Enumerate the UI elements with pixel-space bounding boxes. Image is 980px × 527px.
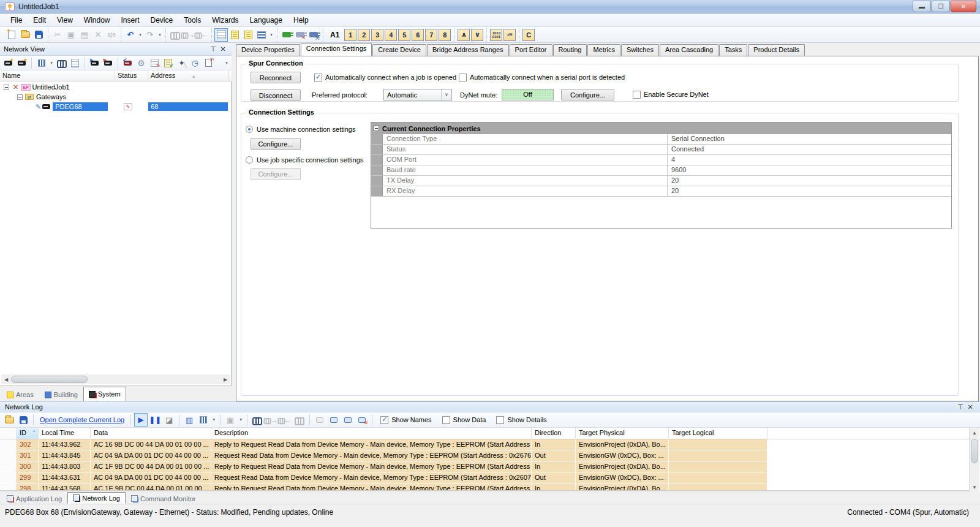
find-previous-icon[interactable]: ←	[196, 29, 208, 41]
scrollbar-thumb[interactable]	[971, 439, 978, 463]
find-previous-icon[interactable]: ←	[279, 414, 292, 426]
message-box-icon[interactable]	[314, 414, 326, 426]
copy-dropdown-icon[interactable]: ▾	[238, 417, 243, 422]
log-column-target-physical[interactable]: Target Physical	[576, 428, 669, 439]
horizontal-scrollbar[interactable]: ◀ ▶	[1, 374, 230, 384]
redo-dropdown-icon[interactable]: ▾	[157, 32, 162, 37]
verify-icon[interactable]: ✔	[162, 57, 174, 69]
column-header-name[interactable]: Name	[0, 70, 115, 81]
device-firmware-icon[interactable]: ✔	[122, 57, 134, 69]
undo-icon[interactable]: ↶	[124, 29, 137, 41]
log-row[interactable]: 30211:44:43.962AC 16 9B DC 00 44 DA 00 0…	[0, 439, 980, 450]
redo-icon[interactable]: ↷	[144, 29, 156, 41]
checkbox-checked-icon[interactable]	[380, 416, 388, 424]
log-column-data[interactable]: Data	[91, 428, 211, 439]
connection-settings-icon[interactable]: ⚒	[307, 29, 320, 41]
log-column-description[interactable]: Description	[211, 428, 532, 439]
open-complete-log-link[interactable]: Open Complete Current Log	[37, 416, 127, 423]
checkbox-icon[interactable]	[496, 416, 504, 424]
menu-file[interactable]: File	[5, 14, 28, 26]
tab-bridge-address-ranges[interactable]: Bridge Address Ranges	[427, 44, 509, 56]
tab-port-editor[interactable]: Port Editor	[510, 44, 552, 56]
connect-icon[interactable]	[281, 29, 293, 41]
preset-8-button[interactable]: 8	[439, 29, 451, 41]
tab-area-cascading[interactable]: Area Cascading	[660, 44, 718, 56]
rename-icon[interactable]: a|e	[105, 29, 118, 41]
collapse-icon[interactable]	[4, 85, 9, 90]
find-next-icon[interactable]: →	[183, 29, 195, 41]
menu-tools[interactable]: Tools	[178, 14, 206, 26]
property-row[interactable]: RX Delay20	[371, 186, 951, 197]
add-device-icon[interactable]: ✦	[2, 57, 14, 69]
log-column-direction[interactable]: Direction	[532, 428, 576, 439]
cut-icon[interactable]: ✂	[51, 29, 64, 41]
checkbox-icon[interactable]	[633, 91, 641, 99]
scroll-down-icon[interactable]: ▼	[970, 482, 979, 492]
columns-icon[interactable]	[36, 57, 47, 69]
show-data-checkbox[interactable]: Show Data	[442, 416, 486, 424]
close-icon[interactable]: ✕	[965, 403, 975, 411]
menu-device[interactable]: Device	[145, 14, 179, 26]
close-button[interactable]: ✕	[951, 1, 976, 12]
enable-secure-dynet-checkbox[interactable]: Enable Secure DyNet	[633, 91, 709, 99]
clear-log-icon[interactable]: ◪	[163, 414, 175, 426]
configure-job-button[interactable]: Configure...	[251, 168, 301, 180]
clear-button[interactable]: C	[522, 29, 535, 41]
raw-dynet-button[interactable]: 10100101	[490, 29, 502, 41]
load-to-device-icon[interactable]: ➤	[89, 57, 100, 69]
delete-icon[interactable]: ✕	[92, 29, 104, 41]
device-name-selected[interactable]: PDEG68	[53, 102, 108, 111]
dynet-mute-configure-button[interactable]: Configure...	[561, 89, 614, 100]
log-row[interactable]: 30011:44:43.803AC 1F 9B DC 00 44 DA 00 0…	[0, 461, 980, 472]
tree-row-gateways[interactable]: ⇄ Gateways	[0, 92, 232, 102]
notes-panel-icon[interactable]	[215, 29, 227, 41]
chevron-down-icon[interactable]: ∨	[441, 89, 451, 100]
tab-network-log[interactable]: Network Log	[67, 492, 126, 504]
disconnect-button[interactable]: Disconnect	[251, 89, 301, 101]
task-list-button[interactable]: ›≡	[503, 29, 516, 41]
preset-up-button[interactable]: ∧	[458, 29, 470, 41]
log-column-local-time[interactable]: Local Time	[39, 428, 91, 439]
tab-create-device[interactable]: Create Device	[372, 44, 426, 56]
tab-routing[interactable]: Routing	[553, 44, 587, 56]
property-row[interactable]: TX Delay20	[371, 176, 951, 186]
find-log-icon[interactable]	[251, 414, 263, 426]
checkbox-checked-icon[interactable]	[314, 74, 322, 82]
wizard-icon[interactable]: ✦╲	[176, 57, 187, 69]
add-device-wizard-icon[interactable]: ✦	[16, 57, 28, 69]
menu-view[interactable]: View	[51, 14, 78, 26]
minimize-button[interactable]: ▬	[913, 1, 931, 12]
tree-row-device[interactable]: ✎ PDEG68 ✎ 68	[0, 102, 232, 112]
tab-metrics[interactable]: Metrics	[587, 44, 620, 56]
tab-areas[interactable]: Areas	[1, 388, 39, 401]
layout-icon[interactable]	[255, 29, 268, 41]
show-details-checkbox[interactable]: Show Details	[496, 416, 546, 424]
tab-system[interactable]: System	[83, 387, 126, 401]
tab-building[interactable]: Building	[39, 388, 83, 401]
preset-7-button[interactable]: 7	[425, 29, 437, 41]
report-icon[interactable]	[69, 57, 81, 69]
log-column-id[interactable]: ID	[17, 428, 39, 439]
new-job-icon[interactable]	[6, 29, 18, 41]
copy-icon[interactable]: ▣	[65, 29, 77, 41]
log-row[interactable]: 30111:44:43.845AC 04 9A DA 00 01 DC 00 4…	[0, 450, 980, 461]
menu-window[interactable]: Window	[78, 14, 116, 26]
property-row[interactable]: COM Port4	[371, 155, 951, 165]
column-header-status[interactable]: Status	[115, 70, 148, 81]
tab-connection-settings[interactable]: Connection Settings	[301, 43, 372, 56]
log-row[interactable]: 29911:44:43.631AC 04 9A DA 00 01 DC 00 4…	[0, 472, 980, 483]
auto-connect-job-checkbox[interactable]: Automatically connect when a job is open…	[314, 74, 456, 82]
column-header-address[interactable]: Address▲	[148, 70, 229, 81]
log-column-target-logical[interactable]: Target Logical	[669, 428, 767, 439]
restore-button[interactable]: ❐	[932, 1, 950, 12]
find-icon[interactable]	[169, 29, 181, 41]
property-grid-header[interactable]: Current Connection Properties	[371, 123, 951, 134]
menu-edit[interactable]: Edit	[28, 14, 51, 26]
copy-log-icon[interactable]: ▣	[224, 414, 236, 426]
preferred-protocol-select[interactable]: Automatic ∨	[383, 89, 452, 100]
property-row[interactable]: Baud rate9600	[371, 165, 951, 176]
message-filter-clear-icon[interactable]: ✕	[356, 414, 368, 426]
show-names-checkbox[interactable]: Show Names	[380, 416, 431, 424]
find-next-icon[interactable]: →	[265, 414, 277, 426]
checkbox-icon[interactable]	[442, 416, 450, 424]
